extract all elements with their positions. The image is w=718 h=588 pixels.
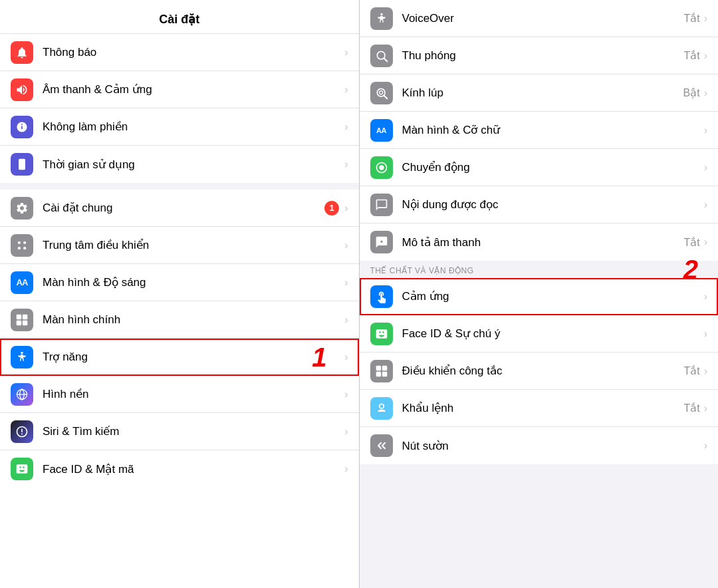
kinh-lup-icon (370, 82, 393, 104)
svg-point-11 (21, 351, 23, 353)
siri-chevron: › (344, 426, 348, 438)
tro-nang-label: Trợ năng (43, 350, 344, 364)
voiceover-icon (370, 7, 393, 30)
svg-rect-23 (376, 371, 381, 376)
right-panel: VoiceOver Tắt › Thu phóng Tắt › Kính lúp… (360, 0, 719, 588)
right-item-thu-phong[interactable]: Thu phóng Tắt › (360, 37, 719, 74)
left-panel: Cài đặt Thông báo › Âm thanh & Cảm ứng ›… (0, 0, 360, 588)
svg-point-3 (18, 241, 21, 243)
khong-lam-phien-icon (11, 116, 33, 138)
khong-lam-phien-chevron: › (344, 121, 348, 133)
khau-lenh-chevron: › (704, 402, 707, 414)
siri-icon (11, 420, 33, 443)
kinh-lup-value: Bật (683, 86, 700, 99)
khau-lenh-value: Tắt (683, 402, 699, 414)
right-item-kinh-lup[interactable]: Kính lúp Bật › (360, 74, 719, 112)
left-panel-title: Cài đặt (0, 0, 359, 34)
man-hinh-co-chu-chevron: › (704, 124, 707, 136)
the-chat-section-header: THẾ CHẤT VÀ VẬN ĐỘNG 2 (360, 261, 719, 278)
svg-point-25 (379, 404, 384, 408)
right-item-dieu-khien-cong-tac[interactable]: Điều khiển công tắc Tắt › (360, 353, 719, 390)
man-hinh-do-sang-label: Màn hình & Độ sáng (43, 275, 344, 289)
thu-phong-value: Tắt (683, 49, 699, 62)
trung-tam-chevron: › (344, 239, 348, 251)
right-item-man-hinh-co-chu[interactable]: AA Màn hình & Cỡ chữ › (360, 112, 719, 149)
cai-dat-chung-chevron: › (344, 202, 348, 214)
cam-ung-icon (370, 285, 393, 308)
dieu-khien-cong-tac-chevron: › (704, 365, 707, 377)
am-thanh-icon (11, 78, 33, 101)
sidebar-item-am-thanh[interactable]: Âm thanh & Cảm ứng › (0, 71, 359, 108)
man-hinh-co-chu-label: Màn hình & Cỡ chữ (402, 123, 704, 137)
cai-dat-chung-label: Cài đặt chung (43, 201, 324, 215)
cam-ung-chevron: › (704, 291, 707, 303)
tro-nang-icon (11, 346, 33, 368)
right-item-cam-ung[interactable]: Cảm ứng › (360, 278, 719, 315)
nut-suon-icon (370, 434, 393, 457)
svg-point-5 (18, 247, 21, 249)
noi-dung-icon (370, 194, 393, 216)
svg-rect-2 (20, 164, 25, 166)
face-id-su-chu-y-chevron: › (704, 328, 707, 340)
thong-bao-label: Thông báo (43, 46, 344, 59)
sidebar-item-cai-dat-chung[interactable]: Cài đặt chung 1 › (0, 190, 359, 227)
sidebar-item-tro-nang[interactable]: Trợ năng 1 › (0, 339, 359, 376)
thong-bao-icon (11, 41, 33, 64)
svg-rect-8 (23, 314, 28, 319)
dieu-khien-cong-tac-value: Tắt (683, 365, 699, 377)
man-hinh-do-sang-icon: AA (11, 271, 33, 294)
sidebar-item-thong-bao[interactable]: Thông báo › (0, 34, 359, 71)
am-thanh-label: Âm thanh & Cảm ứng (43, 82, 344, 96)
mo-ta-am-thanh-icon (370, 231, 393, 253)
svg-point-6 (23, 247, 26, 249)
right-item-mo-ta-am-thanh[interactable]: Mô tả âm thanh Tắt › (360, 223, 719, 261)
right-section-1: VoiceOver Tắt › Thu phóng Tắt › Kính lúp… (360, 0, 719, 261)
hinh-nen-chevron: › (344, 388, 348, 400)
sidebar-item-khong-lam-phien[interactable]: Không làm phiền › (0, 108, 359, 146)
chuyen-dong-label: Chuyển động (402, 160, 704, 174)
right-item-chuyen-dong[interactable]: Chuyển động › (360, 149, 719, 186)
man-hinh-chinh-icon (11, 309, 33, 331)
sidebar-item-face-id-mat-ma[interactable]: Face ID & Mật mã › (0, 450, 359, 488)
chuyen-dong-icon (370, 156, 393, 179)
voiceover-chevron: › (704, 13, 707, 25)
sidebar-item-man-hinh-chinh[interactable]: Màn hình chính › (0, 301, 359, 339)
khau-lenh-icon (370, 397, 393, 420)
face-id-mat-ma-icon (11, 458, 33, 480)
right-item-noi-dung[interactable]: Nội dung được đọc › (360, 186, 719, 223)
mo-ta-am-thanh-chevron: › (704, 236, 707, 248)
svg-point-19 (379, 90, 382, 94)
svg-rect-1 (20, 162, 25, 164)
right-item-nut-suon[interactable]: Nút sườn › (360, 427, 719, 464)
sidebar-item-trung-tam[interactable]: Trung tâm điều khiển › (0, 227, 359, 264)
trung-tam-icon (11, 234, 33, 257)
svg-line-18 (384, 95, 387, 98)
left-section-1: Thông báo › Âm thanh & Cảm ứng › Không l… (0, 34, 359, 183)
sidebar-item-man-hinh-do-sang[interactable]: AA Màn hình & Độ sáng › (0, 264, 359, 301)
svg-point-14 (380, 13, 382, 15)
voiceover-value: Tắt (683, 12, 699, 25)
separator-1 (0, 183, 359, 190)
right-item-khau-lenh[interactable]: Khẩu lệnh Tắt › (360, 390, 719, 427)
man-hinh-chinh-label: Màn hình chính (43, 313, 344, 327)
left-section-2: Cài đặt chung 1 › Trung tâm điều khiển ›… (0, 190, 359, 488)
khong-lam-phien-label: Không làm phiền (43, 120, 344, 134)
sidebar-item-siri[interactable]: Siri & Tìm kiếm › (0, 413, 359, 450)
sidebar-item-thoi-gian[interactable]: Thời gian sử dụng › (0, 146, 359, 183)
right-item-voiceover[interactable]: VoiceOver Tắt › (360, 0, 719, 37)
right-item-face-id-su-chu-y[interactable]: Face ID & Sự chú ý › (360, 315, 719, 353)
svg-rect-21 (376, 365, 381, 370)
svg-point-4 (23, 241, 26, 243)
face-id-su-chu-y-icon (370, 323, 393, 345)
face-id-su-chu-y-label: Face ID & Sự chú ý (402, 327, 704, 341)
thu-phong-icon (370, 45, 393, 67)
the-chat-label: THẾ CHẤT VÀ VẬN ĐỘNG (360, 261, 719, 278)
svg-rect-9 (17, 320, 22, 325)
kinh-lup-chevron: › (704, 87, 707, 99)
dieu-khien-cong-tac-label: Điều khiển công tắc (402, 364, 684, 378)
sidebar-item-hinh-nen[interactable]: Hình nền › (0, 376, 359, 413)
khau-lenh-label: Khẩu lệnh (402, 401, 684, 415)
right-section-2: Cảm ứng › Face ID & Sự chú ý › Điều khiể… (360, 278, 719, 464)
kinh-lup-label: Kính lúp (402, 86, 683, 100)
hinh-nen-icon (11, 383, 33, 406)
